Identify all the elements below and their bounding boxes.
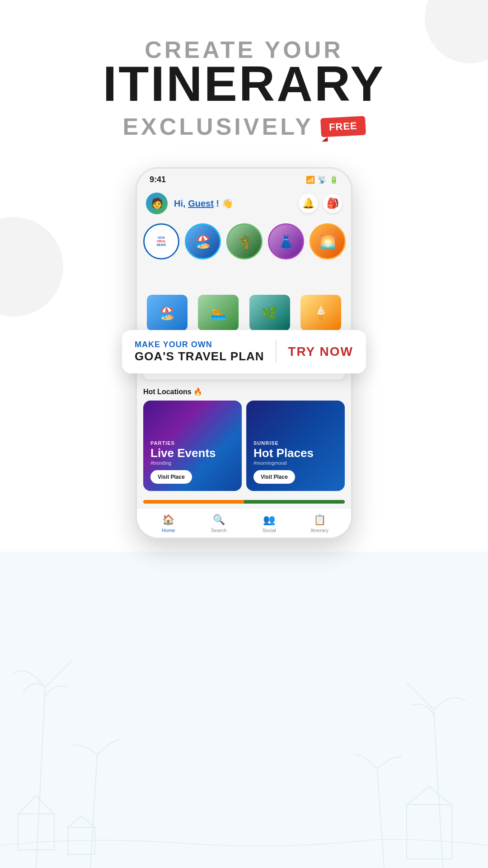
stories-row: GOA VIRAL NEWS 🏖️ 🌴 👗 🌅 — [137, 219, 351, 264]
nav-home[interactable]: 🏠 Home — [143, 514, 194, 533]
visit-place-parties-button[interactable]: Visit Place — [150, 470, 192, 484]
bell-icon[interactable]: 🔔 — [299, 194, 318, 213]
card-sunrise-hashtag: #morningmood — [253, 460, 338, 466]
nav-search[interactable]: 🔍 Search — [194, 514, 244, 533]
home-icon: 🏠 — [162, 514, 174, 526]
goa-sketch-background — [0, 552, 488, 868]
nav-social-label: Social — [263, 528, 276, 533]
exclusively-row: EXCLUSIVELY FREE — [0, 113, 488, 140]
nav-itinerary-label: Itinerary — [310, 528, 328, 533]
social-nav-icon: 👥 — [263, 514, 275, 526]
status-bar: 9:41 📶 📡 🔋 — [137, 169, 351, 188]
cta-banner[interactable]: MAKE YOUR OWN GOA'S TRAVEL PLAN TRY NOW — [122, 330, 366, 373]
nav-itinerary[interactable]: 📋 Itinerary — [295, 514, 345, 533]
category-goa-tour-img: 🏖️ — [147, 295, 188, 331]
phone-section: 9:41 📶 📡 🔋 🧑 Hi, Guest ! 👋 🔔 🎒 — [0, 167, 488, 539]
hot-card-parties[interactable]: Parties Live Events #trending Visit Plac… — [143, 401, 242, 491]
story-4[interactable]: 👗 — [268, 223, 304, 259]
goas-travel-plan-text: GOA'S TRAVEL PLAN — [135, 349, 264, 363]
card-parties-title: Live Events — [150, 447, 235, 460]
nav-search-label: Search — [211, 528, 227, 533]
itinerary-text: ITINERARY — [0, 59, 488, 108]
cta-divider — [276, 340, 277, 363]
greeting-text: Hi, Guest ! 👋 — [174, 198, 292, 209]
hot-locations-header: Hot Locations 🔥 — [143, 387, 345, 396]
search-icon: 🔍 — [213, 514, 225, 526]
status-icons: 📶 📡 🔋 — [306, 175, 338, 184]
card-parties-category: Parties — [150, 440, 235, 446]
card-sunrise-title: Hot Places — [253, 447, 338, 460]
story-3[interactable]: 🌴 — [226, 223, 263, 259]
hot-card-sunrise[interactable]: SUNRISE Hot Places #morningmood Visit Pl… — [246, 401, 345, 491]
signal-icon: 📶 — [306, 175, 315, 184]
progress-bar — [143, 500, 345, 504]
story-5[interactable]: 🌅 — [310, 223, 346, 259]
cta-left: MAKE YOUR OWN GOA'S TRAVEL PLAN — [135, 340, 264, 363]
story-2[interactable]: 🏖️ — [185, 223, 221, 259]
cta-spacer — [137, 264, 351, 291]
wifi-icon: 📡 — [318, 175, 327, 184]
bag-icon[interactable]: 🎒 — [323, 194, 342, 213]
bottom-nav: 🏠 Home 🔍 Search 👥 Social 📋 Itinerary — [137, 508, 351, 538]
nav-social[interactable]: 👥 Social — [244, 514, 295, 533]
hot-cards-row: Parties Live Events #trending Visit Plac… — [143, 401, 345, 491]
category-offbeat-img: 🌿 — [249, 295, 290, 331]
try-now-text[interactable]: TRY NOW — [288, 344, 353, 359]
category-stay-img: 🏊 — [198, 295, 239, 331]
visit-place-sunrise-button[interactable]: Visit Place — [253, 470, 295, 484]
battery-icon: 🔋 — [329, 175, 338, 184]
avatar: 🧑 — [146, 193, 168, 214]
header-icons: 🔔 🎒 — [299, 194, 342, 213]
svg-rect-0 — [0, 552, 488, 868]
app-header: 🧑 Hi, Guest ! 👋 🔔 🎒 — [137, 188, 351, 219]
story-goa-viral[interactable]: GOA VIRAL NEWS — [143, 223, 179, 259]
category-foodie-img: 🍦 — [300, 295, 341, 331]
status-time: 9:41 — [150, 175, 166, 184]
exclusively-text: EXCLUSIVELY — [122, 113, 313, 140]
itinerary-icon: 📋 — [314, 514, 326, 526]
hot-locations-section: Hot Locations 🔥 Parties Live Events #tre… — [137, 383, 351, 495]
make-your-own-text: MAKE YOUR OWN — [135, 340, 264, 349]
card-sunrise-category: SUNRISE — [253, 440, 338, 446]
nav-home-label: Home — [162, 528, 175, 533]
card-parties-hashtag: #trending — [150, 460, 235, 466]
header-section: CREATE YOUR ITINERARY EXCLUSIVELY FREE — [0, 0, 488, 158]
free-badge: FREE — [320, 116, 366, 137]
